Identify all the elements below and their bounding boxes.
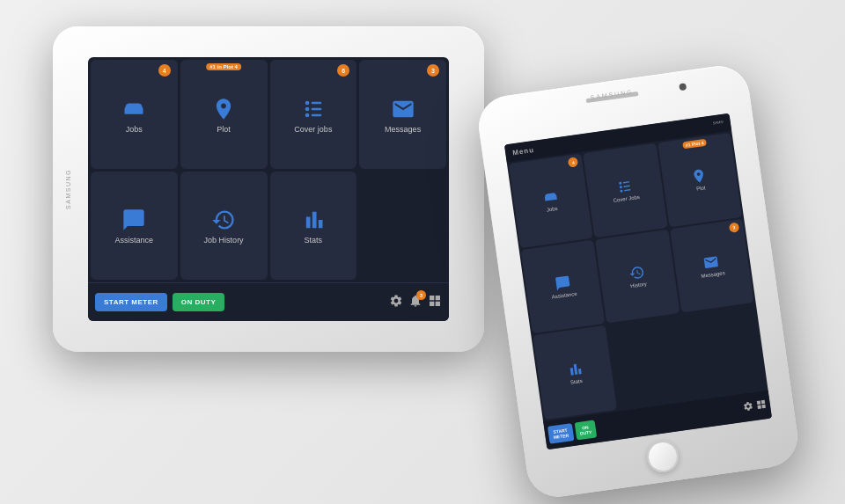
tile-plot[interactable]: #1 in Plot 4 Plot	[180, 60, 268, 169]
svg-point-9	[620, 186, 622, 188]
phone-home-button[interactable]	[645, 439, 681, 475]
phone-messages-label: Messages	[701, 270, 725, 279]
car-icon	[121, 97, 146, 121]
messages-badge: 3	[427, 64, 439, 77]
phone-menu-label: Menu	[512, 146, 535, 157]
svg-point-11	[620, 190, 622, 193]
tile-assistance[interactable]: Assistance	[91, 172, 178, 281]
start-meter-button[interactable]: START METER	[95, 293, 167, 311]
phone-jobs-badge: 4	[568, 157, 578, 167]
assistance-label: Assistance	[115, 236, 154, 245]
phone-app-grid: 4 Jobs Cover Jobs	[507, 131, 768, 422]
svg-rect-8	[623, 181, 630, 184]
phone-envelope-icon	[702, 253, 720, 271]
svg-point-0	[305, 100, 310, 105]
svg-text:SAMSUNG: SAMSUNG	[712, 119, 724, 126]
phone-messages-badge: 3	[729, 222, 739, 232]
phone-camera	[679, 83, 687, 91]
tile-stats[interactable]: Stats	[270, 172, 357, 281]
phone-chat-icon	[554, 274, 571, 292]
phone-tile-assistance[interactable]: Assistance	[521, 239, 606, 333]
phone-speaker	[586, 91, 639, 103]
tablet-body: 4 Jobs #1 in Plot 4 Plot 6	[53, 26, 484, 352]
svg-rect-12	[624, 189, 631, 192]
svg-rect-10	[623, 186, 630, 188]
list-icon	[301, 97, 326, 121]
bar-chart-icon	[301, 208, 326, 232]
phone-plot-label: Plot	[696, 186, 706, 192]
phone-assistance-label: Assistance	[551, 291, 577, 300]
svg-rect-3	[312, 108, 322, 110]
phone-jobs-label: Jobs	[547, 206, 558, 213]
phone-samsung-logo-icon: SAMSUNG	[712, 118, 724, 130]
notification-badge: 3	[416, 290, 426, 300]
svg-point-7	[619, 182, 621, 185]
phone-on-duty-button[interactable]: ONDUTY	[574, 420, 597, 440]
phone-tile-messages[interactable]: 3 Messages	[670, 219, 754, 313]
phone-start-meter-button[interactable]: STARTMETER	[547, 423, 574, 444]
phone-cover-jobs-label: Cover Jobs	[613, 194, 640, 203]
phone-settings-icon[interactable]	[742, 400, 754, 414]
phone-bar-chart-icon	[566, 361, 584, 378]
svg-rect-5	[312, 114, 322, 116]
job-history-label: Job History	[204, 236, 244, 245]
tablet-app-grid: 4 Jobs #1 in Plot 4 Plot 6	[88, 57, 449, 282]
cover-jobs-label: Cover jobs	[294, 125, 332, 134]
jobs-label: Jobs	[126, 125, 143, 134]
phone-tile-history[interactable]: History	[595, 229, 680, 323]
tile-messages[interactable]: 3 Messages	[359, 60, 446, 169]
phone-screen: Menu SAMSUNG 4 Jobs	[504, 113, 772, 450]
envelope-icon	[391, 97, 415, 121]
phone-tile-cover-jobs[interactable]: Cover Jobs	[583, 143, 667, 237]
tablet-toolbar: START METER ON DUTY 3	[88, 282, 449, 321]
tile-job-history[interactable]: Job History	[180, 172, 268, 281]
notification-icon[interactable]: 3	[408, 294, 422, 310]
phone-body: Menu SAMSUNG 4 Jobs	[474, 62, 801, 501]
grid-icon[interactable]	[428, 294, 442, 310]
settings-icon[interactable]	[389, 294, 403, 310]
stats-label: Stats	[305, 236, 323, 245]
phone-list-icon	[616, 178, 634, 195]
phone-tile-stats[interactable]: Stats	[533, 325, 617, 420]
on-duty-button[interactable]: ON DUTY	[173, 293, 225, 311]
plot-badge: #1 in Plot 4	[206, 63, 241, 70]
svg-point-2	[305, 106, 310, 111]
phone-tile-plot[interactable]: #1 Plot 4 Plot	[658, 133, 742, 227]
plot-label: Plot	[217, 125, 231, 134]
chat-icon	[121, 208, 146, 232]
tablet-device: 4 Jobs #1 in Plot 4 Plot 6	[53, 26, 484, 352]
phone-history-label: History	[630, 281, 647, 289]
tile-cover-jobs[interactable]: 6 Cover jobs	[270, 60, 357, 169]
svg-rect-1	[312, 102, 322, 104]
location-icon	[211, 97, 236, 121]
phone-plot-badge: #1 Plot 4	[682, 139, 706, 150]
phone-grid-icon[interactable]	[755, 398, 768, 413]
svg-point-4	[305, 113, 310, 117]
cover-jobs-badge: 6	[337, 64, 349, 77]
jobs-badge: 4	[158, 64, 171, 77]
phone-history-icon	[628, 264, 645, 281]
tile-jobs[interactable]: 4 Jobs	[91, 60, 178, 169]
phone-tile-jobs[interactable]: 4 Jobs	[509, 154, 593, 248]
tablet-screen: 4 Jobs #1 in Plot 4 Plot 6	[88, 57, 449, 321]
phone-device: Menu SAMSUNG 4 Jobs	[474, 62, 801, 501]
messages-label: Messages	[385, 125, 421, 134]
phone-location-icon	[690, 167, 708, 185]
phone-stats-label: Stats	[570, 378, 583, 385]
history-icon	[211, 208, 236, 232]
phone-car-icon	[541, 188, 559, 206]
